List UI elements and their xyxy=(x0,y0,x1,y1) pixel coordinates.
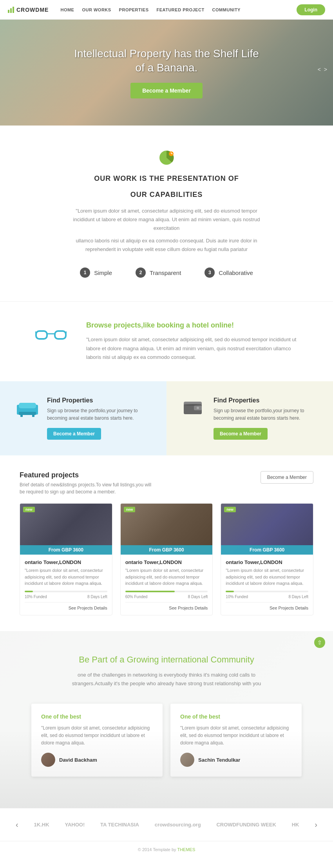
project-card-1: new From GBP 3600 ontario Tower,LONDON "… xyxy=(20,503,112,615)
featured-title: Featured projects xyxy=(20,471,261,479)
browse-icon-container xyxy=(31,321,71,345)
community-section: Be Part of a Growing international Commu… xyxy=(0,631,333,808)
property-col-blue: Find Properties Sign up browse the portf… xyxy=(0,381,166,455)
project-price-2: From GBP 3600 xyxy=(121,545,213,555)
project-title-2: ontario Tower,LONDON xyxy=(125,559,208,565)
properties-section: Find Properties Sign up browse the portf… xyxy=(0,381,333,455)
partner-logo-2: YAHOO! xyxy=(65,822,85,828)
logo[interactable]: CROWDME xyxy=(8,7,49,13)
testimonial-title-2: One of the best xyxy=(180,713,292,720)
project-days-3: 8 Days Left xyxy=(288,595,308,599)
hero-next-arrow[interactable]: > xyxy=(324,66,327,73)
project-price-3: From GBP 3600 xyxy=(221,545,313,555)
hero-section: Intellectual Property has the Shelf Life… xyxy=(0,20,333,126)
project-progress-fill-2 xyxy=(125,591,175,592)
project-img-3: new From GBP 3600 xyxy=(221,504,313,555)
footer-link[interactable]: THEMES xyxy=(177,847,195,852)
scroll-up-button[interactable]: ⇧ xyxy=(314,637,325,648)
hero-prev-arrow[interactable]: < xyxy=(318,66,321,73)
nav-community[interactable]: COMMUNITY xyxy=(212,7,241,12)
property-col-green-btn[interactable]: Become a Member xyxy=(214,428,268,440)
project-meta-3: 10% Funded 8 Days Left xyxy=(226,595,308,599)
nav-properties[interactable]: PROPERTIES xyxy=(119,7,149,12)
project-days-2: 8 Days Left xyxy=(188,595,208,599)
project-days-1: 8 Days Left xyxy=(87,595,107,599)
feature-transparent: 2 Transparent xyxy=(136,267,181,278)
featured-become-member-btn[interactable]: Become a Member xyxy=(261,471,313,484)
project-desc-1: "Lorem ipsum dolor sit amet, consectetur… xyxy=(25,567,107,587)
project-funded-2: 60% Funded xyxy=(125,595,148,599)
logo-text: CROWDME xyxy=(16,7,49,13)
project-desc-2: "Lorem ipsum dolor sit amet, consectetur… xyxy=(125,567,208,587)
project-price-1: From GBP 3600 xyxy=(20,545,112,555)
glasses-icon xyxy=(35,325,67,345)
projects-grid: new From GBP 3600 ontario Tower,LONDON "… xyxy=(20,503,313,615)
capabilities-section: OUR WORK IS THE PRESENTATION OF OUR CAPA… xyxy=(0,126,333,301)
partners-next-arrow[interactable]: › xyxy=(315,820,317,829)
capabilities-title-line1: OUR WORK IS THE PRESENTATION OF xyxy=(31,175,302,183)
svg-point-19 xyxy=(197,407,199,409)
project-link-3[interactable]: See Projects Details xyxy=(226,602,308,610)
project-progress-bg-3 xyxy=(226,591,308,592)
project-link-anchor-3[interactable]: See Projects Details xyxy=(270,606,308,610)
property-col-green: Find Properties Sign up browse the portf… xyxy=(166,381,333,455)
project-body-1: ontario Tower,LONDON "Lorem ipsum dolor … xyxy=(20,555,112,615)
project-progress-bg-1 xyxy=(25,591,107,592)
featured-header: Featured projects Brief details of new&l… xyxy=(20,471,313,495)
feature-simple: 1 Simple xyxy=(80,267,112,278)
capabilities-para2: ullamco laboris nisi ut aliquip ex ea co… xyxy=(69,237,264,254)
feature-num-3: 3 xyxy=(205,267,215,278)
partners-prev-arrow[interactable]: ‹ xyxy=(16,820,18,829)
feature-label-collaborative: Collaborative xyxy=(219,269,253,276)
hero-title: Intellectual Property has the Shelf Life… xyxy=(74,47,259,75)
hero-cta-button[interactable]: Become a Member xyxy=(130,83,203,98)
bar2 xyxy=(10,8,12,13)
project-funded-1: 10% Funded xyxy=(25,595,47,599)
capabilities-para1: "Lorem ipsum dolor sit amet, consectetur… xyxy=(65,207,268,233)
project-link-anchor-2[interactable]: See Projects Details xyxy=(169,606,208,610)
property-col-green-content: Find Properties Sign up browse the portf… xyxy=(214,397,317,440)
partner-logo-6: HK xyxy=(292,822,299,828)
feature-collaborative: 3 Collaborative xyxy=(205,267,253,278)
property-col-green-text: Sign up browse the portfolio,your journe… xyxy=(214,407,317,422)
feature-label-transparent: Transparent xyxy=(150,269,181,276)
project-funded-3: 10% Funded xyxy=(226,595,248,599)
browse-section: Browse projects,like booking a hotel onl… xyxy=(0,301,333,381)
svg-rect-13 xyxy=(20,414,23,417)
project-progress-fill-1 xyxy=(25,591,33,592)
featured-subtitle: Brief details of new&listings projects.T… xyxy=(20,481,157,495)
property-col-blue-btn[interactable]: Become a Member xyxy=(47,428,101,440)
login-button[interactable]: Login xyxy=(297,4,325,15)
nav-links: HOME OUR WORKS PROPERTIES FEATURED PROJE… xyxy=(60,7,297,12)
svg-rect-14 xyxy=(32,414,34,417)
partner-logo-1: 1K.HK xyxy=(34,822,49,828)
nav-our-works[interactable]: OUR WORKS xyxy=(82,7,111,12)
featured-section: Featured projects Brief details of new&l… xyxy=(0,455,333,631)
project-link-1[interactable]: See Projects Details xyxy=(25,602,107,610)
footer: © 2014 Template by THEMES xyxy=(0,841,333,858)
capabilities-title-line2: OUR CAPABILITIES xyxy=(31,191,302,199)
browse-text: "Lorem ipsum dolor sit amet, consectetur… xyxy=(86,335,302,361)
features-row: 1 Simple 2 Transparent 3 Collaborative xyxy=(31,267,302,278)
community-title: Be Part of a Growing international Commu… xyxy=(31,655,302,665)
browse-content: Browse projects,like booking a hotel onl… xyxy=(86,321,302,361)
project-desc-3: "Lorem ipsum dolor sit amet, consectetur… xyxy=(226,567,308,587)
project-img-2: new From GBP 3600 xyxy=(121,504,213,555)
feature-label-simple: Simple xyxy=(94,269,112,276)
city-background xyxy=(0,730,333,808)
nav-home[interactable]: HOME xyxy=(60,7,74,12)
nav-featured-project[interactable]: FEATURED PROJECT xyxy=(157,7,205,12)
partner-logo-4: crowdsourcing.org xyxy=(155,822,201,828)
project-new-badge-2: new xyxy=(124,507,136,512)
property-col-blue-content: Find Properties Sign up browse the portf… xyxy=(47,397,151,440)
project-link-2[interactable]: See Projects Details xyxy=(125,602,208,610)
project-meta-1: 10% Funded 8 Days Left xyxy=(25,595,107,599)
project-link-anchor-1[interactable]: See Projects Details xyxy=(69,606,107,610)
feature-num-2: 2 xyxy=(136,267,146,278)
project-img-1: new From GBP 3600 xyxy=(20,504,112,555)
hero-nav-arrows: < > xyxy=(318,66,327,73)
project-progress-fill-3 xyxy=(226,591,234,592)
capabilities-icon xyxy=(158,149,176,167)
wallet-icon xyxy=(182,397,206,418)
featured-header-left: Featured projects Brief details of new&l… xyxy=(20,471,261,495)
